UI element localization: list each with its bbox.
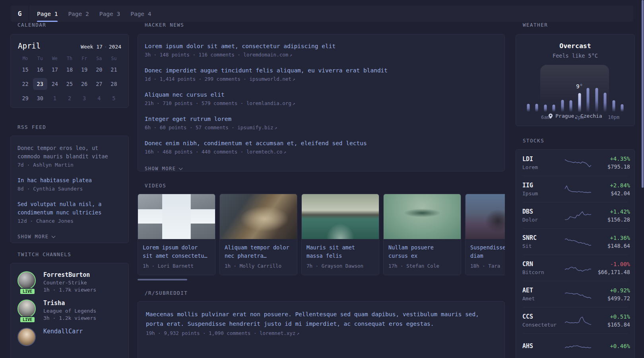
stock-row[interactable]: IIG Ipsum +2.84% $42.04 — [522, 176, 628, 202]
twitch-channel-viewers: 1h · 1.7k viewers — [43, 287, 96, 293]
stock-row[interactable]: AHS +0.46% — [522, 333, 628, 358]
stock-values: +1.36% $148.64 — [592, 235, 630, 249]
rss-show-more-button[interactable]: SHOW MORE — [17, 234, 55, 239]
calendar-day: 29 — [18, 92, 33, 104]
calendar-year: 2024 — [109, 44, 121, 50]
stocks-widget: LDI Lorem +4.35% $795.18 IIG Ipsum — [516, 149, 635, 358]
calendar-weekday: Su — [107, 56, 121, 61]
rss-item-meta: 12d · Chance Jones — [17, 218, 122, 224]
weather-hour-slot — [601, 76, 610, 112]
hackernews-item-domain[interactable]: loremdomain.com — [243, 52, 288, 58]
videos-horizontal-scrollbar[interactable] — [138, 279, 187, 280]
page-tab-label: Page 1 — [37, 11, 58, 17]
hackernews-item-title[interactable]: Donec imperdiet augue tincidunt felis al… — [145, 67, 498, 74]
degree-symbol: ° — [580, 83, 583, 90]
page-tab[interactable]: Page 2 — [63, 6, 94, 22]
hackernews-item-meta: 16h · 468 points · 440 comments · loremt… — [145, 149, 498, 155]
stock-row[interactable]: AET Amet +0.92% $499.72 — [522, 281, 628, 307]
stock-identity: CCS Consectetur — [522, 313, 564, 328]
hackernews-item-title[interactable]: Integer eget rutrum lorem — [145, 116, 498, 122]
hackernews-item: Integer eget rutrum lorem 6h · 60 points… — [145, 116, 498, 130]
stock-price: $165.84 — [592, 321, 630, 328]
show-more-label: SHOW MORE — [145, 166, 176, 171]
stock-row[interactable]: LDI Lorem +4.35% $795.18 — [522, 150, 628, 176]
weather-feels-like: Feels like 5°C — [516, 53, 634, 59]
hackernews-item-domain[interactable]: ipsumify.biz — [237, 125, 273, 130]
stock-sparkline — [564, 262, 592, 274]
stock-price: $42.04 — [592, 190, 630, 197]
video-thumbnail — [302, 194, 379, 239]
twitch-avatar-wrap: LIVE — [17, 300, 37, 321]
hackernews-item-title[interactable]: Donec enim nibh, condimentum et accumsan… — [145, 140, 498, 146]
page-tab-label: Page 3 — [99, 11, 120, 17]
weather-hour-slot — [618, 76, 627, 112]
stock-change-percent: +0.92% — [592, 287, 630, 294]
stock-identity: AET Amet — [522, 287, 564, 302]
stock-row[interactable]: DBS Dolor +1.42% $156.28 — [522, 202, 628, 228]
stock-name: Amet — [522, 296, 564, 302]
calendar-month: April — [18, 41, 41, 50]
twitch-channel-game: Counter-Strike — [43, 280, 96, 286]
video-card[interactable]: Nullam posuerecursus ex 17h · Stefan Col… — [383, 194, 461, 275]
external-link-icon: ↗ — [293, 101, 295, 106]
calendar-weekday: Fr — [77, 56, 92, 61]
video-card-body: Suspendissediam 18h · Tara — [466, 239, 505, 275]
hackernews-item-meta: 6h · 60 points · 57 comments · ipsumify.… — [145, 125, 498, 130]
rss-item-title[interactable]: Donec tempor eros leo, ut commodo mauris… — [17, 144, 122, 161]
stock-change-percent: +1.36% — [592, 235, 630, 241]
hackernews-item-title[interactable]: Aliquam nec cursus elit — [145, 91, 498, 98]
calendar-day: 23 — [33, 78, 47, 90]
calendar-day: 3 — [77, 92, 92, 104]
twitch-channel-row[interactable]: LIVE ForrestBurton Counter-Strike 1h · 1… — [17, 271, 122, 293]
video-card[interactable]: Mauris sit ametmassa felis 7h · Grayson … — [301, 194, 379, 275]
page-tab[interactable]: Page 3 — [94, 6, 125, 22]
app-logo: G — [11, 6, 29, 22]
stock-identity: SNRC Sit — [522, 234, 564, 249]
subreddit-post-title[interactable]: Maecenas mollis pulvinar erat non posuer… — [146, 309, 497, 329]
stock-row[interactable]: SNRC Sit +1.36% $148.64 — [522, 228, 628, 255]
hackernews-list: Lorem ipsum dolor sit amet, consectetur … — [145, 43, 498, 155]
avatar — [17, 300, 36, 318]
weather-condition: Overcast — [516, 42, 634, 50]
twitch-channel-row[interactable]: KendallCarr — [17, 328, 122, 346]
stock-row[interactable]: CRN Bitcorn -1.00% $66,171.48 — [522, 255, 628, 281]
hackernews-item-title[interactable]: Lorem ipsum dolor sit amet, consectetur … — [145, 43, 498, 49]
stock-change-percent: +0.51% — [592, 313, 630, 320]
video-card[interactable]: Suspendissediam 18h · Tara — [465, 194, 505, 275]
subreddit-post-domain[interactable]: loremnet.xyz — [260, 330, 295, 336]
sparkline-chart — [564, 315, 592, 327]
video-card[interactable]: Lorem ipsum dolorsit amet consectetu… 1h… — [138, 194, 215, 275]
twitch-channel-viewers: 3h · 1.2k viewers — [43, 315, 96, 321]
hackernews-show-more-button[interactable]: SHOW MORE — [145, 166, 182, 171]
page-tab[interactable]: Page 1 — [32, 6, 63, 22]
video-card[interactable]: Aliquam tempor dolornec pharetra… 1h · M… — [219, 194, 297, 275]
right-column: WEATHER Overcast Feels like 5°C — [516, 22, 635, 358]
calendar-header: April Week 17·2024 — [18, 41, 121, 50]
page-vertical-scrollbar[interactable] — [642, 0, 644, 188]
stock-values: +4.35% $795.18 — [592, 156, 630, 170]
hackernews-widget: Lorem ipsum dolor sit amet, consectetur … — [138, 34, 505, 171]
live-badge: LIVE — [19, 288, 35, 295]
external-link-icon: ↗ — [293, 77, 295, 82]
weather-temp-bar — [595, 88, 598, 112]
hackernews-item-domain[interactable]: ipsumworld.net — [249, 76, 291, 82]
twitch-channel-row[interactable]: LIVE Trisha League of Legends 3h · 1.2k … — [17, 300, 122, 321]
page-tab-label: Page 2 — [68, 11, 89, 17]
hackernews-item-domain[interactable]: loremlandia.org — [246, 100, 291, 106]
weather-hour-slot: 10pm — [609, 76, 618, 112]
sparkline-chart — [564, 157, 592, 169]
calendar-day: 22 — [18, 78, 33, 90]
show-more-label: SHOW MORE — [17, 234, 49, 239]
page-tab[interactable]: Page 4 — [125, 6, 156, 22]
stock-row[interactable]: CCS Consectetur +0.51% $165.84 — [522, 307, 628, 333]
stock-sparkline — [564, 157, 592, 169]
hackernews-item-domain[interactable]: loremtech.co — [246, 149, 282, 155]
rss-feed-list: Donec tempor eros leo, ut commodo mauris… — [17, 144, 122, 224]
page-tabs: Page 1 Page 2 Page 3 Page 4 — [32, 6, 157, 22]
stock-symbol: IIG — [522, 182, 564, 189]
twitch-channel-name: KendallCarr — [43, 328, 83, 335]
rss-item-title[interactable]: In hac habitasse platea — [17, 176, 122, 185]
twitch-avatar-wrap — [17, 328, 37, 346]
rss-item-title[interactable]: Sed volutpat nulla nisl, a condimentum n… — [17, 200, 122, 217]
weather-hour-slot — [533, 76, 541, 112]
